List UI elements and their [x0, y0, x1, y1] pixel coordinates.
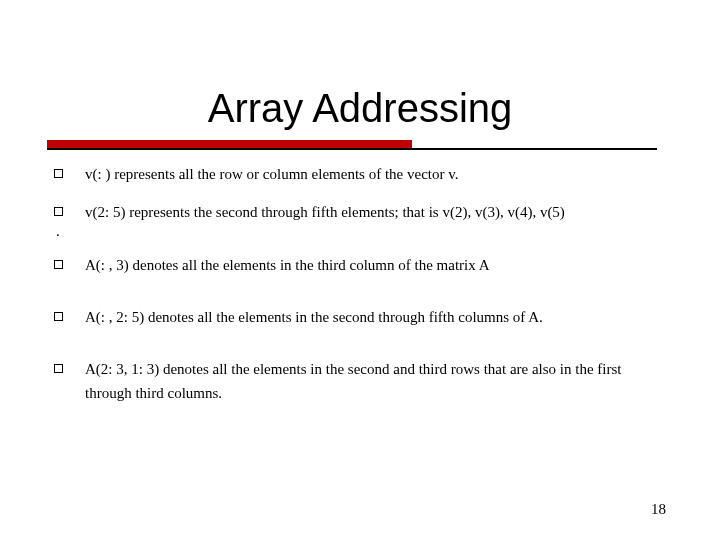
list-item: A(2: 3, 1: 3) denotes all the elements i… [54, 357, 666, 405]
bullet-text: A(2: 3, 1: 3) denotes all the elements i… [85, 357, 666, 405]
bullet-text: A(: , 3) denotes all the elements in the… [85, 253, 666, 277]
trailing-dot: . [54, 224, 666, 239]
square-bullet-icon [54, 364, 63, 373]
bullet-text: v(2: 5) represents the second through fi… [85, 200, 666, 224]
square-bullet-icon [54, 312, 63, 321]
slide: Array Addressing v(: ) represents all th… [0, 0, 720, 540]
list-item: A(: , 3) denotes all the elements in the… [54, 253, 666, 277]
spacer [54, 239, 666, 253]
page-number: 18 [651, 501, 666, 518]
bullet-list: v(: ) represents all the row or column e… [54, 162, 666, 405]
bullet-text: v(: ) represents all the row or column e… [85, 162, 666, 186]
bullet-text: A(: , 2: 5) denotes all the elements in … [85, 305, 666, 329]
square-bullet-icon [54, 207, 63, 216]
square-bullet-icon [54, 169, 63, 178]
slide-title: Array Addressing [0, 86, 720, 131]
underline-thin-line [47, 148, 657, 150]
square-bullet-icon [54, 260, 63, 269]
list-item: v(: ) represents all the row or column e… [54, 162, 666, 186]
list-item: A(: , 2: 5) denotes all the elements in … [54, 305, 666, 329]
title-underline [47, 140, 657, 150]
spacer [54, 329, 666, 357]
spacer [54, 277, 666, 305]
list-item: v(2: 5) represents the second through fi… [54, 200, 666, 224]
spacer [54, 186, 666, 200]
